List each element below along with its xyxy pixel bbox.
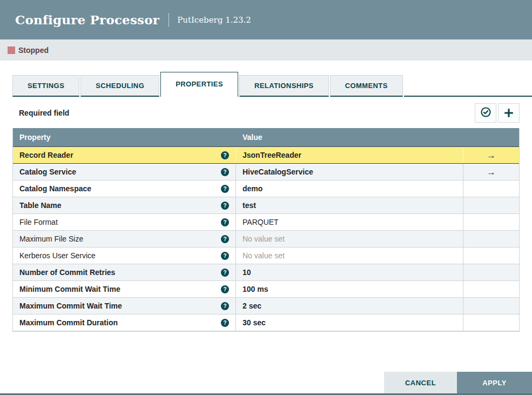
help-question-icon[interactable]: ? (221, 302, 229, 310)
property-value-cell[interactable]: 2 sec (236, 298, 463, 314)
processor-name-version: PutIceberg 1.23.2 (177, 15, 251, 25)
tab-bar-lead-spacer (0, 75, 12, 97)
property-name-cell: Table Name? (13, 197, 236, 213)
property-row[interactable]: Number of Commit Retries?10 (13, 264, 519, 281)
property-name: Catalog Service (19, 168, 221, 176)
property-name-cell: Maximum Commit Wait Time? (13, 298, 236, 314)
property-row[interactable]: Maximum File Size?No value set (13, 231, 519, 247)
property-name-cell: Maximum File Size? (13, 231, 236, 247)
dialog-title: Configure Processor (15, 12, 159, 27)
configure-processor-dialog: Configure Processor PutIceberg 1.23.2 St… (0, 0, 532, 395)
title-divider (169, 13, 169, 27)
help-question-icon[interactable]: ? (221, 319, 229, 327)
property-row[interactable]: Catalog Service?HiveCatalogService→ (13, 164, 519, 180)
row-action-cell (463, 298, 519, 314)
property-value-cell[interactable]: demo (236, 180, 463, 197)
property-value-cell[interactable]: No value set (236, 247, 463, 264)
property-name-cell: Maximum Commit Duration? (13, 314, 236, 331)
property-name: Maximum Commit Wait Time (19, 302, 221, 310)
property-name-cell: File Format? (13, 214, 236, 230)
row-action-cell (463, 314, 519, 331)
property-name: Number of Commit Retries (19, 268, 221, 277)
column-header-property: Property (13, 133, 236, 142)
property-value: HiveCatalogService (243, 168, 313, 176)
properties-toolbar: Required field (12, 103, 520, 123)
status-label: Stopped (18, 46, 49, 55)
property-name: Table Name (19, 201, 221, 210)
verify-properties-button[interactable] (475, 103, 496, 123)
goto-service-arrow-icon[interactable]: → (487, 168, 496, 177)
row-action-cell: → (463, 147, 519, 163)
property-name-cell: Catalog Service? (13, 164, 236, 180)
tab-settings[interactable]: SETTINGS (12, 75, 79, 97)
property-row[interactable]: Record Reader?JsonTreeReader→ (13, 146, 519, 164)
apply-button[interactable]: APPLY (457, 372, 532, 393)
help-question-icon[interactable]: ? (221, 151, 229, 159)
row-action-cell (463, 231, 519, 247)
help-question-icon[interactable]: ? (221, 218, 229, 226)
property-name: Minimum Commit Wait Time (19, 285, 221, 293)
table-body: Record Reader?JsonTreeReader→Catalog Ser… (13, 146, 519, 331)
help-question-icon[interactable]: ? (221, 269, 229, 277)
cancel-button[interactable]: CANCEL (384, 372, 457, 393)
column-header-value: Value (236, 133, 463, 142)
status-bar: Stopped (0, 39, 532, 61)
property-value-cell[interactable]: 10 (236, 264, 463, 280)
row-action-cell (463, 247, 519, 264)
tab-scheduling[interactable]: SCHEDULING (80, 75, 159, 97)
help-question-icon[interactable]: ? (221, 185, 229, 193)
property-name-cell: Record Reader? (13, 147, 236, 163)
property-name-cell: Number of Commit Retries? (13, 264, 236, 280)
properties-table: Property Value Record Reader?JsonTreeRea… (12, 128, 520, 332)
footer-button-bar: CANCEL APPLY (384, 372, 532, 393)
property-value-cell[interactable]: test (236, 197, 463, 213)
help-question-icon[interactable]: ? (221, 285, 229, 293)
property-value-cell[interactable]: 100 ms (236, 281, 463, 297)
tab-properties[interactable]: PROPERTIES (160, 72, 238, 97)
required-field-hint: Required field (12, 109, 473, 117)
property-value: 10 (243, 268, 251, 277)
property-name: Record Reader (19, 151, 221, 159)
help-question-icon[interactable]: ? (221, 168, 229, 176)
property-value-cell[interactable]: HiveCatalogService (236, 164, 463, 180)
row-action-cell (463, 264, 519, 280)
property-value: No value set (243, 235, 285, 243)
property-row[interactable]: Kerberos User Service?No value set (13, 247, 519, 264)
property-value-cell[interactable]: 30 sec (236, 314, 463, 331)
tab-bar: SETTINGSSCHEDULINGPROPERTIESRELATIONSHIP… (0, 71, 532, 97)
property-name: Kerberos User Service (19, 251, 221, 260)
help-question-icon[interactable]: ? (221, 202, 229, 210)
property-value-cell[interactable]: No value set (236, 231, 463, 247)
property-row[interactable]: Minimum Commit Wait Time?100 ms (13, 281, 519, 298)
dialog-header: Configure Processor PutIceberg 1.23.2 (0, 0, 532, 39)
plus-icon (503, 107, 515, 119)
property-name-cell: Minimum Commit Wait Time? (13, 281, 236, 297)
property-value: JsonTreeReader (243, 151, 301, 159)
help-question-icon[interactable]: ? (221, 235, 229, 243)
stopped-state-icon (8, 46, 15, 54)
check-circle-icon (480, 106, 491, 120)
tab-relationships[interactable]: RELATIONSHIPS (239, 75, 329, 97)
property-row[interactable]: Maximum Commit Wait Time?2 sec (13, 298, 519, 314)
property-row[interactable]: Catalog Namespace?demo (13, 180, 519, 197)
property-name: File Format (19, 218, 221, 226)
property-value: No value set (243, 251, 285, 260)
goto-service-arrow-icon[interactable]: → (487, 151, 496, 160)
property-row[interactable]: Maximum Commit Duration?30 sec (13, 314, 519, 331)
property-row[interactable]: Table Name?test (13, 197, 519, 214)
property-name: Maximum Commit Duration (19, 318, 221, 327)
add-property-button[interactable] (498, 103, 520, 123)
tab-comments[interactable]: COMMENTS (330, 75, 403, 97)
property-row[interactable]: File Format?PARQUET (13, 214, 519, 231)
property-name: Catalog Namespace (19, 184, 221, 193)
property-value-cell[interactable]: PARQUET (236, 214, 463, 230)
property-value: 100 ms (243, 285, 268, 293)
property-value: PARQUET (243, 218, 279, 226)
property-name: Maximum File Size (19, 235, 221, 243)
row-action-cell: → (463, 164, 519, 180)
property-name-cell: Kerberos User Service? (13, 247, 236, 264)
property-value: 30 sec (243, 318, 266, 327)
help-question-icon[interactable]: ? (221, 252, 229, 260)
property-value-cell[interactable]: JsonTreeReader (236, 147, 463, 163)
row-action-cell (463, 214, 519, 230)
